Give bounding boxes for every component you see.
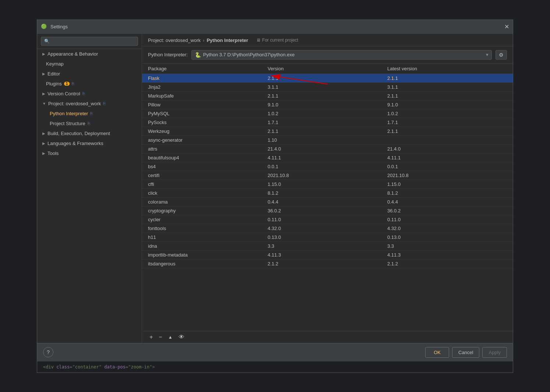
package-name: PySocks [148,120,268,125]
table-row[interactable]: colorama 0.4.4 0.4.4 [142,198,513,206]
remove-package-button[interactable]: − [157,333,163,341]
package-name: Pillow [148,102,268,107]
package-latest: 9.1.0 [387,102,507,107]
code-val: container [75,364,99,370]
table-row[interactable]: click 8.1.2 8.1.2 [142,189,513,198]
package-version: 21.4.0 [268,146,387,152]
table-row[interactable]: async-generator 1.10 [142,136,513,145]
ok-button[interactable]: OK [425,347,449,358]
table-row[interactable]: itsdangerous 2.1.2 2.1.2 [142,259,513,268]
arrow-icon: ▶ [42,92,45,96]
sidebar-item-label: Editor [47,71,60,77]
package-name: fonttools [148,226,268,231]
table-row[interactable]: idna 3.3 3.3 [142,242,513,251]
package-version: 2.1.2 [268,261,387,266]
packages-area: Package Version Latest version Flask 2.1… [142,64,513,343]
table-rows-container: Flask 2.1.1 2.1.1 Jinja2 3.1.1 3.1.1 Mar… [142,74,513,268]
table-row[interactable]: Werkzeug 2.1.1 2.1.1 [142,127,513,136]
sidebar-item-tools[interactable]: ▶ Tools [37,148,142,158]
package-latest: 2.1.2 [387,261,507,266]
package-latest: 3.1.1 [387,84,507,90]
sidebar-item-version-control[interactable]: ▶ Version Control ⎘ [37,89,142,99]
sidebar: ▶ Appearance & Behavior Keymap ▶ Editor … [37,34,142,343]
table-row[interactable]: attrs 21.4.0 21.4.0 [142,145,513,153]
sidebar-item-build[interactable]: ▶ Build, Execution, Deployment [37,128,142,138]
package-name: MarkupSafe [148,93,268,99]
copy-icon: ⎘ [72,81,74,86]
packages-toolbar: + − ▲ 👁 [142,331,513,343]
package-name: colorama [148,199,268,205]
code-attr2: data-pos [104,364,126,370]
table-row[interactable]: Pillow 9.1.0 9.1.0 [142,100,513,109]
arrow-icon: ▶ [42,151,45,155]
main-content: Project: overdosed_work › Python Interpr… [142,34,513,343]
sidebar-item-label: Version Control [47,91,80,96]
package-name: click [148,190,268,196]
sidebar-item-appearance[interactable]: ▶ Appearance & Behavior [37,49,142,59]
table-row[interactable]: cryptography 36.0.2 36.0.2 [142,206,513,215]
interpreter-value: Python 3.7 D:\Python\Python37\python.exe [203,52,295,57]
app-icon: 🟢 [41,24,47,30]
table-row[interactable]: fonttools 4.32.0 4.32.0 [142,224,513,233]
sidebar-item-python-interpreter[interactable]: Python Interpreter ⎘ [37,109,142,119]
package-name: idna [148,243,268,249]
sidebar-search-input[interactable] [41,37,138,46]
sidebar-item-keymap[interactable]: Keymap [37,59,142,69]
cancel-button[interactable]: Cancel [452,347,479,358]
package-name: cffi [148,181,268,187]
arrow-icon: ▶ [42,141,45,145]
sidebar-item-label: Tools [47,151,59,156]
package-name: attrs [148,146,268,152]
sidebar-item-project[interactable]: ▼ Project: overdosed_work ⎘ [37,99,142,109]
interpreter-settings-button[interactable]: ⚙ [496,50,507,60]
package-latest: 1.7.1 [387,120,507,125]
sidebar-item-label: Project Structure [50,121,85,126]
add-package-button[interactable]: + [148,333,154,341]
close-button[interactable]: ✕ [504,24,509,30]
help-button[interactable]: ? [43,347,53,357]
table-header: Package Version Latest version [142,64,513,74]
package-latest: 8.1.2 [387,190,507,196]
chevron-down-icon: ▾ [486,52,489,57]
package-version: 3.3 [268,243,387,249]
python-icon: 🐍 [195,52,201,58]
package-version: 2.1.1 [268,93,387,99]
package-latest: 4.32.0 [387,226,507,231]
interpreter-select[interactable]: 🐍 Python 3.7 D:\Python\Python37\python.e… [191,50,492,60]
table-row[interactable]: PySocks 1.7.1 1.7.1 [142,118,513,127]
copy-icon: ⎘ [90,111,93,116]
table-row[interactable]: certifi 2021.10.8 2021.10.8 [142,171,513,180]
sidebar-item-plugins[interactable]: Plugins 1 ⎘ [37,79,142,89]
copy-icon: ⎘ [103,101,106,106]
package-name: bs4 [148,164,268,169]
package-latest: 0.13.0 [387,234,507,240]
table-row[interactable]: bs4 0.0.1 0.0.1 [142,162,513,171]
sidebar-search-container [37,34,142,49]
sidebar-item-editor[interactable]: ▶ Editor [37,69,142,79]
sidebar-item-label: Appearance & Behavior [47,51,98,57]
table-row[interactable]: cycler 0.11.0 0.11.0 [142,215,513,224]
table-row[interactable]: Flask 2.1.1 2.1.1 [142,74,513,83]
table-row[interactable]: cffi 1.15.0 1.15.0 [142,180,513,189]
package-latest: 36.0.2 [387,208,507,213]
package-version: 36.0.2 [268,208,387,213]
table-row[interactable]: Jinja2 3.1.1 3.1.1 [142,83,513,92]
table-row[interactable]: importlib-metadata 4.11.3 4.11.3 [142,251,513,259]
package-latest: 1.15.0 [387,181,507,187]
arrow-icon: ▶ [42,72,45,76]
package-version: 4.11.1 [268,155,387,160]
table-row[interactable]: beautifulsoup4 4.11.1 4.11.1 [142,153,513,162]
up-button[interactable]: ▲ [167,334,174,340]
package-version: 4.32.0 [268,226,387,231]
table-row[interactable]: MarkupSafe 2.1.1 2.1.1 [142,92,513,100]
show-details-button[interactable]: 👁 [177,333,186,341]
table-row[interactable]: h11 0.13.0 0.13.0 [142,233,513,242]
sidebar-item-project-structure[interactable]: Project Structure ⎘ [37,119,142,128]
package-name: h11 [148,234,268,240]
apply-button[interactable]: Apply [482,347,507,358]
table-row[interactable]: PyMySQL 1.0.2 1.0.2 [142,109,513,118]
sidebar-item-languages[interactable]: ▶ Languages & Frameworks [37,138,142,148]
sidebar-item-label: Project: overdosed_work [48,101,101,106]
package-latest: 4.11.3 [387,252,507,258]
package-version: 1.10 [268,137,387,143]
